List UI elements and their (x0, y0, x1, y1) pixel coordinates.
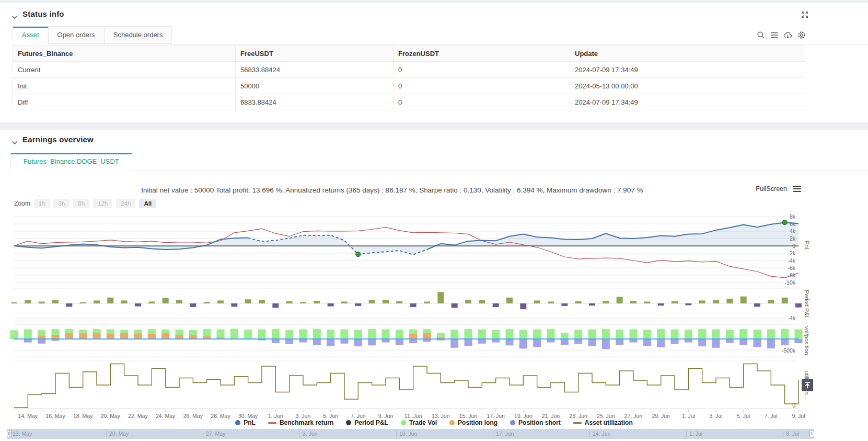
svg-text:0: 0 (792, 402, 795, 409)
earnings-overview-card: Earnings overview Futures_Binance.DOGE_U… (0, 130, 868, 441)
svg-text:13. Jun: 13. Jun (432, 413, 450, 419)
navigator-date-label: 3. Jun (299, 431, 318, 437)
legend-label: Asset utilization (585, 419, 633, 426)
svg-text:2k: 2k (790, 235, 796, 242)
legend-item-benchmark-return[interactable]: Benchmark return (268, 419, 333, 426)
legend-swatch-icon (235, 420, 240, 425)
diff-frozen: 0 (394, 94, 570, 110)
navigator-handle-right[interactable] (809, 430, 814, 437)
navigator-date-label: 17. Jun (493, 431, 514, 437)
svg-text:8k: 8k (790, 213, 796, 220)
legend-item-pnl[interactable]: PnL (235, 419, 256, 426)
legend-item-position-long[interactable]: Position long (449, 419, 497, 426)
legend-item-period-p-l[interactable]: Period P&L (346, 419, 388, 426)
svg-text:1. Jun: 1. Jun (268, 413, 283, 419)
search-icon[interactable] (756, 30, 765, 39)
svg-text:28. May: 28. May (211, 413, 230, 419)
earnings-chart[interactable]: 8k6k4k2k0-2k-4k-6k-8k-10k-4k-500k014. Ma… (0, 212, 868, 420)
zoom-24h-button[interactable]: 24h (116, 199, 135, 208)
svg-text:11. Jun: 11. Jun (404, 413, 422, 419)
svg-text:3. Jun: 3. Jun (296, 413, 311, 419)
svg-text:23. Jun: 23. Jun (569, 413, 587, 419)
asset-table: Futures_Binance FreeUSDT FrozenUSDT Upda… (13, 45, 805, 110)
legend-swatch-icon (449, 420, 455, 425)
svg-text:20. May: 20. May (101, 413, 121, 419)
legend-swatch-icon (401, 420, 406, 425)
table-header-row: Futures_Binance FreeUSDT FrozenUSDT Upda… (13, 46, 805, 62)
svg-text:15. Jun: 15. Jun (459, 413, 478, 419)
svg-text:16. May: 16. May (45, 413, 65, 419)
svg-text:7. Jun: 7. Jun (351, 413, 366, 419)
gear-icon[interactable] (797, 30, 806, 39)
tab-asset[interactable]: Asset (13, 26, 49, 44)
chart-menu-icon[interactable] (793, 184, 802, 193)
svg-text:9. Jun: 9. Jun (378, 413, 394, 419)
legend-label: Position long (458, 419, 497, 426)
zoom-all-button[interactable]: All (139, 199, 156, 208)
svg-text:vol/position: vol/position (804, 326, 810, 355)
svg-text:5. Jun: 5. Jun (323, 413, 338, 419)
svg-text:-6k: -6k (788, 265, 795, 271)
svg-text:1. Jul: 1. Jul (682, 413, 695, 419)
current-update: 2024-07-09 17:34:49 (570, 62, 805, 78)
navigator-date-label: 20. May (106, 431, 129, 437)
svg-text:7. Jul: 7. Jul (765, 413, 778, 419)
table-row-init: Init 50000 0 2024-05-13 00:00:00 (13, 78, 805, 94)
collapse-chevron-icon[interactable] (11, 138, 18, 142)
svg-text:-500k: -500k (782, 347, 796, 354)
zoom-1h-button[interactable]: 1h (34, 199, 50, 208)
zoom-3h-button[interactable]: 3h (53, 199, 70, 208)
diff-label: Diff (13, 94, 236, 110)
svg-text:22. May: 22. May (128, 413, 148, 419)
tab-schedule-orders-label: Schedule orders (113, 31, 163, 39)
chart-legend: PnLBenchmark returnPeriod P&LTrade VolPo… (0, 419, 868, 426)
svg-text:-10k: -10k (785, 279, 796, 286)
zoom-label: Zoom (14, 200, 30, 207)
svg-text:29. Jun: 29. Jun (652, 413, 670, 419)
section-title: Status info (22, 9, 64, 18)
tab-open-orders[interactable]: Open orders (48, 26, 105, 44)
zoom-controls: Zoom 1h 3h 8h 12h 24h All (14, 199, 156, 208)
svg-text:18. May: 18. May (73, 413, 93, 419)
svg-text:4k: 4k (790, 228, 796, 234)
legend-label: PnL (244, 419, 256, 426)
zoom-8h-button[interactable]: 8h (73, 199, 89, 208)
init-label: Init (13, 78, 236, 94)
svg-text:5. Jul: 5. Jul (737, 413, 750, 419)
svg-text:30. May: 30. May (238, 413, 258, 419)
legend-label: Period P&L (354, 419, 388, 426)
svg-text:24. May: 24. May (156, 413, 176, 419)
legend-swatch-icon (268, 422, 276, 424)
fullscreen-button[interactable]: FullScreen (756, 185, 787, 193)
init-free: 50000 (236, 78, 394, 94)
svg-text:25. Jun: 25. Jun (597, 413, 615, 419)
svg-text:6k: 6k (790, 221, 796, 227)
current-frozen: 0 (394, 62, 570, 78)
tab-futures-binance-doge-usdt[interactable]: Futures_Binance.DOGE_USDT (10, 153, 132, 171)
collapse-chevron-icon[interactable] (11, 12, 18, 16)
back-to-top-button[interactable] (802, 379, 813, 391)
legend-item-position-short[interactable]: Position short (510, 419, 561, 426)
svg-text:26. May: 26. May (183, 413, 203, 419)
tab-schedule-orders[interactable]: Schedule orders (104, 26, 172, 44)
svg-text:3. Jul: 3. Jul (709, 413, 722, 419)
symbol-tab-label: Futures_Binance.DOGE_USDT (24, 157, 119, 165)
cloud-download-icon[interactable] (783, 30, 792, 39)
diff-free: 6833.88424 (236, 94, 394, 110)
list-icon[interactable] (770, 30, 779, 39)
zoom-12h-button[interactable]: 12h (93, 199, 112, 208)
svg-text:27. Jun: 27. Jun (624, 413, 643, 419)
col-frozen-usdt: FrozenUSDT (394, 46, 570, 62)
svg-text:17. Jun: 17. Jun (487, 413, 505, 419)
col-update: Update (570, 46, 805, 62)
legend-item-asset-utilization[interactable]: Asset utilization (573, 419, 633, 426)
chart-navigator-scrollbar[interactable]: 13. May20. May27. May3. Jun10. Jun17. Ju… (7, 429, 814, 439)
legend-label: Trade Vol (409, 419, 437, 426)
legend-item-trade-vol[interactable]: Trade Vol (401, 419, 437, 426)
navigator-date-label: 10. Jun (396, 431, 417, 437)
expand-icon[interactable] (800, 10, 809, 20)
current-link[interactable]: Current (13, 62, 236, 78)
init-update: 2024-05-13 00:00:00 (570, 78, 805, 94)
status-info-card: Status info Asset Open orders Schedule o… (0, 3, 868, 122)
legend-label: Position short (518, 419, 561, 426)
